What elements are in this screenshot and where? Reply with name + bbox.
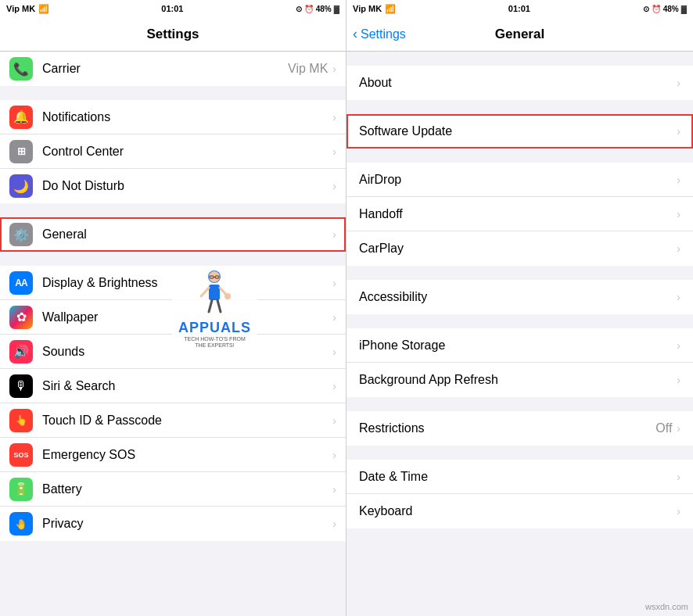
- date-time-chevron: ›: [677, 471, 680, 483]
- right-general-list: About › Software Update › AirDrop › Hand…: [346, 52, 693, 616]
- general-item-keyboard[interactable]: Keyboard ›: [346, 494, 693, 528]
- date-time-label: Date & Time: [359, 470, 677, 484]
- settings-item-wallpaper[interactable]: ✿ Wallpaper ›: [0, 300, 346, 335]
- handoff-chevron: ›: [677, 208, 680, 220]
- touchid-icon: 👆: [9, 409, 33, 432]
- battery-chevron: ›: [332, 483, 336, 496]
- back-button[interactable]: ‹ Settings: [353, 26, 406, 42]
- sounds-chevron: ›: [332, 346, 336, 358]
- settings-item-battery[interactable]: 🔋 Battery ›: [0, 472, 346, 507]
- accessibility-chevron: ›: [677, 291, 680, 303]
- dnd-label: Do Not Disturb: [42, 179, 332, 193]
- general-item-accessibility[interactable]: Accessibility ›: [346, 280, 693, 314]
- settings-item-sounds[interactable]: 🔊 Sounds ›: [0, 335, 346, 369]
- right-battery-icon: ▓: [681, 5, 687, 13]
- general-item-handoff[interactable]: Handoff ›: [346, 197, 693, 231]
- general-item-software-update[interactable]: Software Update ›: [346, 114, 693, 149]
- control-center-chevron: ›: [332, 145, 336, 158]
- carplay-label: CarPlay: [359, 242, 677, 256]
- right-section-software: Software Update ›: [346, 114, 693, 149]
- right-section-datetime: Date & Time › Keyboard ›: [346, 460, 693, 528]
- right-nav-bar: ‹ Settings General: [346, 17, 693, 52]
- right-time: 01:01: [508, 4, 530, 13]
- settings-item-dnd[interactable]: 🌙 Do Not Disturb ›: [0, 169, 346, 203]
- display-chevron: ›: [332, 277, 336, 289]
- carrier-value: Vip MK: [288, 62, 328, 76]
- general-item-carplay[interactable]: CarPlay ›: [346, 231, 693, 266]
- airdrop-label: AirDrop: [359, 173, 677, 187]
- settings-item-siri[interactable]: 🎙 Siri & Search ›: [0, 369, 346, 403]
- wallpaper-icon: ✿: [9, 306, 33, 329]
- restrictions-label: Restrictions: [359, 421, 655, 435]
- keyboard-chevron: ›: [677, 505, 680, 518]
- left-section-4: AA Display & Brightness › ✿ Wallpaper › …: [0, 266, 346, 541]
- accessibility-label: Accessibility: [359, 290, 677, 304]
- general-item-airdrop[interactable]: AirDrop ›: [346, 163, 693, 197]
- general-item-restrictions[interactable]: Restrictions Off ›: [346, 411, 693, 446]
- settings-item-sos[interactable]: SOS Emergency SOS ›: [0, 438, 346, 472]
- settings-item-display[interactable]: AA Display & Brightness ›: [0, 266, 346, 300]
- notifications-icon: 🔔: [9, 106, 33, 129]
- iphone-storage-label: iPhone Storage: [359, 338, 677, 353]
- left-nav-title: Settings: [146, 27, 199, 42]
- right-phone-panel: Vip MK 📶 01:01 ⊙ ⏰ 48% ▓ ‹ Settings Gene…: [346, 0, 693, 616]
- carplay-chevron: ›: [677, 242, 680, 255]
- sos-label: Emergency SOS: [42, 448, 332, 462]
- sos-chevron: ›: [332, 449, 336, 461]
- right-gap-1: [346, 100, 693, 114]
- left-status-left: Vip MK 📶: [6, 4, 49, 14]
- right-wifi-icon: 📶: [385, 4, 396, 14]
- left-phone-panel: Vip MK 📶 01:01 ⊙ ⏰ 48% ▓ Settings 📞 Carr…: [0, 0, 346, 616]
- software-update-label: Software Update: [359, 124, 677, 138]
- right-section-airdrop: AirDrop › Handoff › CarPlay ›: [346, 163, 693, 266]
- dnd-chevron: ›: [332, 180, 336, 192]
- settings-item-general[interactable]: ⚙️ General ›: [0, 217, 346, 252]
- display-label: Display & Brightness: [42, 276, 332, 290]
- sounds-icon: 🔊: [9, 340, 33, 364]
- right-section-storage: iPhone Storage › Background App Refresh …: [346, 328, 693, 397]
- display-icon: AA: [9, 271, 33, 295]
- right-section-restrictions: Restrictions Off ›: [346, 411, 693, 446]
- left-time: 01:01: [161, 4, 183, 13]
- right-status-bar: Vip MK 📶 01:01 ⊙ ⏰ 48% ▓: [346, 0, 693, 17]
- touchid-label: Touch ID & Passcode: [42, 414, 332, 428]
- left-battery: 48%: [316, 5, 332, 13]
- gap-1: [0, 86, 346, 100]
- carrier-chevron: ›: [332, 63, 336, 75]
- control-center-label: Control Center: [42, 145, 332, 159]
- software-update-chevron: ›: [677, 125, 680, 138]
- left-nav-bar: Settings: [0, 17, 346, 52]
- battery-icon: 🔋: [9, 478, 33, 501]
- settings-item-touchid[interactable]: 👆 Touch ID & Passcode ›: [0, 403, 346, 438]
- left-section-general: ⚙️ General ›: [0, 217, 346, 252]
- siri-chevron: ›: [332, 380, 336, 392]
- general-item-about[interactable]: About ›: [346, 66, 693, 100]
- airdrop-chevron: ›: [677, 174, 680, 186]
- iphone-storage-chevron: ›: [677, 339, 680, 352]
- right-gap-0: [346, 52, 693, 66]
- right-nav-title: General: [495, 27, 544, 42]
- right-gap-3: [346, 266, 693, 280]
- right-gap-5: [346, 397, 693, 411]
- settings-item-notifications[interactable]: 🔔 Notifications ›: [0, 100, 346, 134]
- general-item-date-time[interactable]: Date & Time ›: [346, 460, 693, 494]
- left-wifi-icon: 📶: [38, 4, 49, 14]
- general-item-iphone-storage[interactable]: iPhone Storage ›: [346, 328, 693, 363]
- left-settings-list: 📞 Carrier Vip MK › 🔔 Notifications › ⊞ C…: [0, 52, 346, 616]
- about-label: About: [359, 76, 677, 90]
- settings-item-carrier[interactable]: 📞 Carrier Vip MK ›: [0, 52, 346, 86]
- background-refresh-chevron: ›: [677, 374, 680, 386]
- about-chevron: ›: [677, 77, 680, 89]
- settings-item-privacy[interactable]: 🤚 Privacy ›: [0, 507, 346, 541]
- handoff-label: Handoff: [359, 207, 677, 221]
- restrictions-value: Off: [655, 421, 672, 435]
- wallpaper-chevron: ›: [332, 311, 336, 324]
- wsxdn-watermark: wsxdn.com: [645, 602, 688, 611]
- right-gap-4: [346, 314, 693, 328]
- right-gap-2: [346, 149, 693, 163]
- control-center-icon: ⊞: [9, 140, 33, 163]
- general-item-background-refresh[interactable]: Background App Refresh ›: [346, 363, 693, 397]
- settings-item-control-center[interactable]: ⊞ Control Center ›: [0, 134, 346, 169]
- left-alarm-icon: ⏰: [304, 5, 314, 13]
- privacy-icon: 🤚: [9, 512, 33, 535]
